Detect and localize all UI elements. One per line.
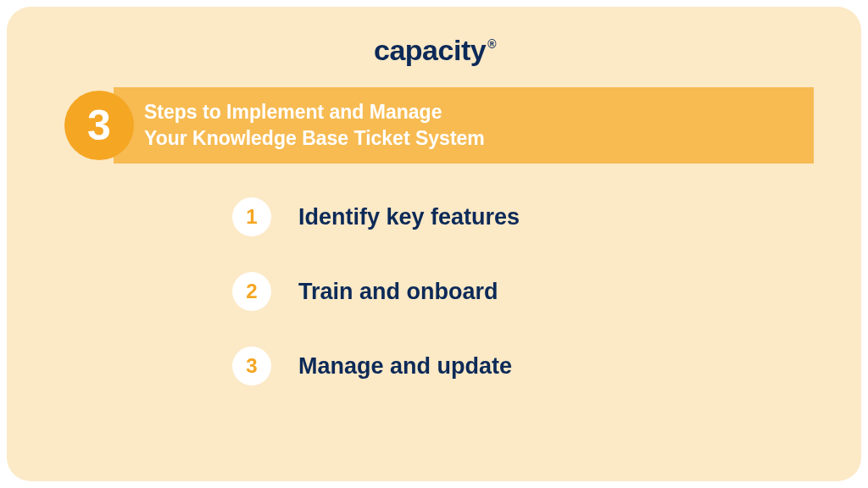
- header-badge-circle: 3: [64, 91, 134, 160]
- step-number-circle: 1: [232, 197, 271, 236]
- brand-logo: capacity®: [374, 34, 494, 67]
- steps-list: 1 Identify key features 2 Train and onbo…: [54, 197, 814, 385]
- step-number: 1: [246, 205, 257, 229]
- logo-text: capacity: [374, 34, 486, 66]
- infographic-card: capacity® 3 Steps to Implement and Manag…: [7, 7, 861, 481]
- header-badge-number: 3: [87, 101, 111, 150]
- step-item: 3 Manage and update: [232, 347, 814, 385]
- step-number-circle: 3: [232, 347, 271, 385]
- title-bar: Steps to Implement and Manage Your Knowl…: [114, 87, 814, 164]
- step-number-circle: 2: [232, 272, 271, 311]
- title-line-1: Steps to Implement and Manage: [144, 101, 442, 123]
- step-label: Manage and update: [298, 353, 512, 380]
- step-label: Identify key features: [298, 204, 520, 230]
- step-number: 3: [246, 354, 257, 378]
- logo-container: capacity®: [54, 34, 814, 67]
- title-row: 3 Steps to Implement and Manage Your Kno…: [54, 87, 814, 164]
- step-label: Train and onboard: [298, 279, 498, 305]
- step-number: 2: [246, 280, 257, 303]
- registered-mark: ®: [487, 37, 496, 51]
- step-item: 1 Identify key features: [232, 197, 814, 236]
- title-line-2: Your Knowledge Base Ticket System: [144, 127, 485, 149]
- step-item: 2 Train and onboard: [232, 272, 814, 311]
